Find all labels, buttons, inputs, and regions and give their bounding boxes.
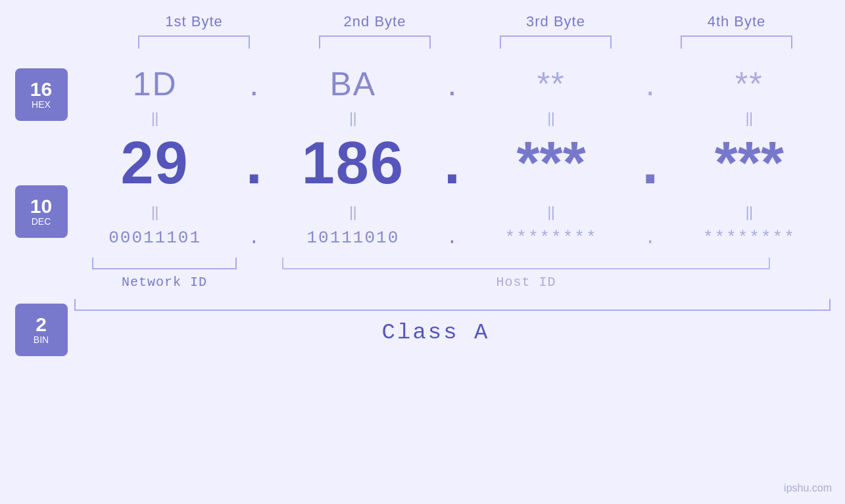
side-labels: 16 HEX 10 DEC 2 BIN (15, 68, 68, 356)
dec-cell-4: *** (668, 129, 830, 197)
bin-cell-1: 00011101 (74, 228, 236, 248)
bin-value-2: 10111010 (306, 228, 399, 248)
host-bracket (282, 258, 771, 269)
equals-3: || (470, 110, 632, 127)
dec-label: DEC (32, 216, 51, 227)
byte-label-2: 2nd Byte (285, 13, 466, 30)
bin-row: 00011101 . 10111010 . ******** . (74, 227, 831, 249)
hex-num: 16 (30, 80, 52, 99)
bottom-brackets (74, 258, 798, 269)
bin-num: 2 (36, 315, 47, 334)
network-id-label: Network ID (74, 275, 255, 290)
top-brackets-row (104, 35, 827, 49)
outer-bracket (74, 299, 831, 311)
top-bracket-1 (138, 35, 250, 49)
bin-cell-4: ******** (668, 228, 830, 248)
hex-value-2: BA (330, 66, 377, 103)
hex-cell-1: 1D (74, 65, 236, 103)
top-bracket-3 (500, 35, 612, 49)
dec-value-1: 29 (121, 130, 189, 196)
bin-label: BIN (34, 334, 49, 346)
dec-row: 29 . 186 . *** . *** (74, 129, 831, 197)
hex-value-3: ** (537, 66, 566, 103)
bin-dot-3: . (632, 227, 668, 249)
byte-label-3: 3rd Byte (466, 13, 646, 30)
bin-dot-2: . (434, 227, 470, 249)
dec-dot-3: . (632, 129, 668, 197)
hex-cell-3: ** (470, 65, 632, 103)
dec-dot-2: . (434, 129, 470, 197)
grid-area: 1D . BA . ** . ** (74, 62, 831, 345)
dec-cell-1: 29 (74, 129, 236, 197)
byte-label-1: 1st Byte (104, 13, 285, 30)
id-labels-row: Network ID Host ID (74, 275, 798, 290)
equals-4: || (668, 110, 830, 127)
hex-dot-3: . (632, 65, 668, 103)
equals-6: || (272, 204, 434, 221)
bin-cell-2: 10111010 (272, 228, 434, 248)
equals-1: || (74, 110, 236, 127)
bin-dot-1: . (236, 227, 272, 249)
dec-value-4: *** (715, 130, 784, 196)
hex-label: HEX (32, 99, 51, 110)
hex-cell-2: BA (272, 65, 434, 103)
host-id-label: Host ID (255, 275, 798, 290)
main-container: 1st Byte 2nd Byte 3rd Byte 4th Byte 16 H… (0, 0, 845, 504)
dec-value-2: 186 (302, 130, 404, 196)
bin-value-3: ******** (505, 228, 598, 248)
outer-bracket-container (74, 299, 831, 311)
byte-labels-row: 1st Byte 2nd Byte 3rd Byte 4th Byte (104, 13, 827, 30)
equals-7: || (470, 204, 632, 221)
dec-cell-3: *** (470, 129, 632, 197)
byte-label-4: 4th Byte (646, 13, 827, 30)
bin-cell-3: ******** (470, 228, 632, 248)
watermark: ipshu.com (784, 482, 832, 494)
hex-dot-2: . (434, 65, 470, 103)
content-area: 16 HEX 10 DEC 2 BIN 1D . (15, 62, 831, 356)
dec-badge: 10 DEC (15, 185, 68, 238)
hex-cell-4: ** (668, 65, 830, 103)
equals-5: || (74, 204, 236, 221)
hex-value-4: ** (735, 66, 763, 103)
dec-cell-2: 186 (272, 129, 434, 197)
hex-value-1: 1D (133, 66, 178, 103)
dec-dot-1: . (236, 129, 272, 197)
class-label: Class A (382, 320, 490, 345)
class-label-row: Class A (74, 320, 798, 345)
hex-dot-1: . (236, 65, 272, 103)
bin-badge: 2 BIN (15, 304, 68, 356)
dec-num: 10 (30, 196, 52, 216)
top-bracket-2 (319, 35, 431, 49)
equals-8: || (668, 204, 830, 221)
top-bracket-4 (681, 35, 792, 49)
hex-badge: 16 HEX (15, 68, 68, 121)
equals-2: || (272, 110, 434, 127)
network-bracket (92, 258, 237, 269)
hex-row: 1D . BA . ** . ** (74, 65, 831, 103)
equals-row-2: || || || || (74, 200, 831, 223)
equals-row-1: || || || || (74, 106, 831, 129)
bin-value-4: ******** (703, 228, 796, 248)
dec-value-3: *** (517, 130, 586, 196)
bin-value-1: 00011101 (109, 228, 201, 248)
